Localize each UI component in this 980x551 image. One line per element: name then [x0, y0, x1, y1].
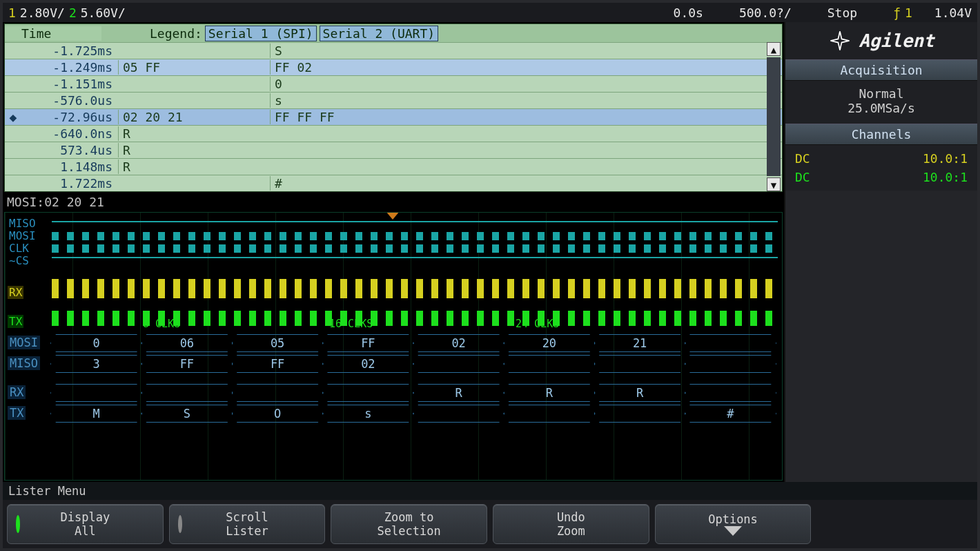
bus-label-tx: TX: [8, 406, 26, 420]
scroll-down-button[interactable]: ▼: [767, 177, 781, 191]
bus-cell: 21: [594, 334, 686, 352]
oscilloscope-screen: 1 2.80V/ 2 5.60V/ 0.0s 500.0?/ Stop ƒ 1 …: [0, 0, 980, 551]
chevron-down-icon: [724, 526, 742, 536]
ch2-probe: 10.0:1: [923, 170, 968, 184]
signal-label-rx: RX: [8, 286, 23, 299]
bus-cell: [232, 384, 324, 402]
lister-row[interactable]: -1.249ms05 FFFF 02: [5, 59, 782, 75]
trigger-level: 1.04V: [934, 6, 972, 20]
softkey-undo-zoom[interactable]: Undo Zoom: [493, 504, 649, 544]
channel2-row: DC 10.0:1: [785, 168, 977, 186]
acquisition-header: Acquisition: [785, 59, 977, 81]
bus-row-rx: RRR: [52, 384, 776, 402]
bus-cell: 20: [503, 334, 595, 352]
bus-cell: O: [232, 405, 324, 423]
bus-cell: [685, 334, 776, 352]
acquisition-mode: Normal: [785, 86, 977, 101]
waveform-area[interactable]: MISO MOSI CLK ~CS RX TX 8 CLKS 16 CLKS 2…: [4, 212, 783, 481]
run-state: Stop: [827, 6, 857, 20]
trigger-edge-icon: ƒ: [893, 6, 901, 20]
lister-header: Time Legend: Serial 1 (SPI) Serial 2 (UA…: [5, 24, 782, 42]
lister-row[interactable]: -576.0uss: [5, 92, 782, 108]
lister-table: Time Legend: Serial 1 (SPI) Serial 2 (UA…: [4, 23, 783, 192]
bus-cell: [594, 355, 686, 373]
brand-text: Agilent: [859, 30, 934, 51]
softkey-zoom-to-selection[interactable]: Zoom to Selection: [331, 504, 487, 544]
acquisition-rate: 25.0MSa/s: [785, 101, 977, 115]
signal-label-cs: ~CS: [8, 254, 30, 267]
lister-body[interactable]: ▲ ▼ -1.725msS-1.249ms05 FFFF 02-1.151ms0…: [5, 42, 782, 191]
legend-label: Legend:: [101, 26, 202, 41]
row-uart: 0: [270, 77, 782, 91]
side-panel: Agilent Acquisition Normal 25.0MSa/s Cha…: [784, 22, 977, 482]
row-spi: R: [118, 126, 270, 141]
col-header-time: Time: [5, 26, 101, 41]
cycle-icon: [16, 517, 20, 531]
bus-cell: R: [413, 384, 504, 402]
ch2-scale: 5.60V/: [81, 6, 126, 20]
row-spi: R: [118, 143, 270, 157]
signal-label-miso: MISO: [8, 217, 37, 230]
row-uart: #: [270, 176, 782, 191]
bus-row-miso: 3FFFF02: [52, 355, 776, 373]
row-time: -1.249ms: [21, 60, 118, 75]
bus-cell: [685, 355, 776, 373]
bus-cell: S: [141, 405, 233, 423]
top-status-bar: 1 2.80V/ 2 5.60V/ 0.0s 500.0?/ Stop ƒ 1 …: [3, 3, 977, 22]
lister-row[interactable]: -1.725msS: [5, 42, 782, 59]
row-time: 1.722ms: [21, 176, 118, 191]
lister-row[interactable]: -640.0nsR: [5, 125, 782, 142]
ch2-coupling: DC: [795, 170, 810, 184]
ch2-indicator: 2: [69, 6, 77, 20]
scroll-up-button[interactable]: ▲: [767, 42, 781, 56]
spark-icon: [828, 29, 852, 52]
legend-serial1: Serial 1 (SPI): [205, 26, 317, 41]
clk-annotation-16: 16 CLKS: [329, 318, 373, 330]
row-time: -1.151ms: [21, 77, 118, 91]
bus-cell: [685, 384, 776, 402]
row-uart: s: [270, 93, 782, 108]
channel1-row: DC 10.0:1: [785, 149, 977, 168]
scrollbar-track[interactable]: [767, 57, 781, 176]
row-time: 573.4us: [21, 143, 118, 157]
lister-row[interactable]: 1.148msR: [5, 158, 782, 175]
softkey-scroll-lister[interactable]: Scroll Lister: [169, 504, 326, 544]
clk-annotation-24: 24 CLKS: [516, 318, 559, 330]
bus-cell: [322, 384, 414, 402]
lister-row[interactable]: ◆-72.96us02 20 21FF FF FF: [5, 108, 782, 125]
menu-title: Lister Menu: [3, 482, 977, 500]
row-uart: FF 02: [270, 60, 782, 75]
decode-status-line: MOSI:02 20 21: [3, 192, 784, 211]
bus-cell: 06: [141, 334, 233, 352]
signal-label-clk: CLK: [8, 242, 30, 255]
trigger-marker-icon: [386, 212, 400, 220]
softkey-display[interactable]: Display All: [7, 504, 164, 544]
bus-cell: [413, 355, 504, 373]
bus-cell: #: [685, 405, 776, 423]
row-time: -1.725ms: [21, 44, 118, 58]
lister-row[interactable]: -1.151ms0: [5, 75, 782, 92]
bus-cell: FF: [322, 334, 414, 352]
lister-row[interactable]: 573.4usR: [5, 142, 782, 158]
knob-icon: [178, 517, 182, 531]
time-position: 0.0s: [674, 6, 703, 20]
bus-cell: 02: [413, 334, 504, 352]
row-spi: R: [118, 160, 270, 174]
softkey-options[interactable]: Options: [655, 504, 812, 544]
bus-row-mosi: 00605FF022021: [52, 334, 776, 352]
bus-cell: [503, 405, 595, 423]
legend-serial2: Serial 2 (UART): [320, 26, 439, 41]
row-uart: FF FF FF: [270, 110, 782, 124]
bus-label-mosi: MOSI: [8, 336, 40, 349]
ch1-scale: 2.80V/: [20, 6, 65, 20]
ch1-probe: 10.0:1: [923, 151, 968, 166]
lister-row[interactable]: 1.722ms#: [5, 175, 782, 191]
bus-cell: 0: [50, 334, 142, 352]
bus-cell: FF: [232, 355, 324, 373]
time-per-div: 500.0?/: [739, 6, 792, 20]
trace-miso: [52, 221, 778, 231]
row-spi: 05 FF: [118, 60, 270, 75]
bus-row-tx: MSOs#: [52, 405, 776, 423]
bus-label-rx: RX: [8, 385, 26, 399]
trace-clk: [52, 244, 778, 253]
